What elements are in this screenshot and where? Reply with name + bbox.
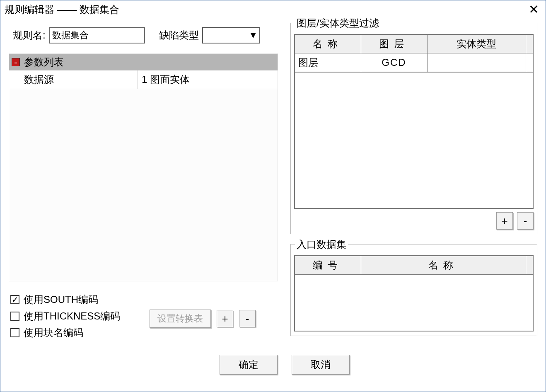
checkbox-label: 使用块名编码 (24, 326, 83, 339)
filter-add-button[interactable]: + (496, 212, 513, 230)
table-header-row: 编号 名称 (295, 256, 533, 275)
cell-name: 图层 (295, 53, 361, 73)
filter-table: 名称 图层 实体类型 图层 GCD (294, 34, 534, 73)
table-header-row: 名称 图层 实体类型 (295, 34, 533, 53)
filter-buttons: + - (294, 212, 534, 230)
param-value: 1 图面实体 (138, 70, 278, 89)
conv-table-button[interactable]: 设置转换表 (150, 310, 211, 328)
filter-table-body (294, 73, 534, 209)
top-form-row: 规则名: 缺陷类型 ▼ (13, 27, 278, 44)
checkbox-area: 使用SOUTH编码 使用THICKNESS编码 使用块名编码 设置转换表 + - (9, 290, 278, 328)
entry-fieldset: 入口数据集 编号 名称 (290, 244, 537, 336)
param-list-header[interactable]: - 参数列表 (9, 54, 278, 70)
content-area: 规则名: 缺陷类型 ▼ - 参数列表 数据源 1 图面实体 (0, 19, 546, 340)
checkbox-label: 使用SOUTH编码 (24, 293, 98, 306)
checkbox-icon[interactable] (10, 312, 19, 321)
col-spacer (526, 34, 533, 53)
rule-name-label: 规则名: (13, 29, 46, 42)
checkbox-south[interactable]: 使用SOUTH编码 (10, 293, 278, 306)
param-row[interactable]: 数据源 1 图面实体 (9, 70, 278, 89)
rule-name-input[interactable] (49, 27, 145, 44)
checkbox-label: 使用THICKNESS编码 (24, 310, 120, 323)
filter-fieldset: 图层/实体类型过滤 名称 图层 实体类型 图层 GCD + - (290, 23, 537, 234)
param-list-panel: - 参数列表 数据源 1 图面实体 (9, 53, 278, 281)
param-list-title: 参数列表 (24, 56, 64, 69)
right-column: 图层/实体类型过滤 名称 图层 实体类型 图层 GCD + - (290, 23, 537, 336)
filter-legend: 图层/实体类型过滤 (295, 17, 381, 30)
close-icon[interactable]: ✕ (526, 3, 541, 16)
col-spacer (526, 256, 534, 275)
col-name: 名称 (295, 34, 361, 53)
window-title: 规则编辑器 —— 数据集合 (5, 3, 119, 16)
checkbox-block[interactable]: 使用块名编码 (10, 326, 278, 339)
title-bar: 规则编辑器 —— 数据集合 ✕ (0, 0, 546, 19)
add-button[interactable]: + (217, 310, 233, 327)
col-name: 名称 (361, 256, 526, 275)
collapse-icon[interactable]: - (12, 58, 20, 66)
checkbox-icon[interactable] (10, 295, 19, 304)
table-row[interactable]: 图层 GCD (295, 53, 533, 73)
col-id: 编号 (295, 256, 361, 275)
defect-type-dropdown[interactable]: ▼ (202, 27, 260, 44)
cancel-button[interactable]: 取消 (292, 355, 350, 375)
remove-button[interactable]: - (239, 310, 256, 327)
col-etype: 实体类型 (427, 34, 526, 53)
checkbox-thickness[interactable]: 使用THICKNESS编码 (10, 310, 278, 323)
defect-type-label: 缺陷类型 (159, 29, 199, 42)
dialog-buttons: 确定 取消 (220, 355, 350, 375)
chevron-down-icon[interactable]: ▼ (248, 28, 259, 42)
left-column: 规则名: 缺陷类型 ▼ - 参数列表 数据源 1 图面实体 (9, 23, 278, 336)
ok-button[interactable]: 确定 (220, 355, 278, 375)
cell-etype (427, 53, 526, 73)
col-layer: 图层 (361, 34, 427, 53)
filter-remove-button[interactable]: - (517, 212, 534, 230)
entry-legend: 入口数据集 (295, 238, 348, 251)
entry-table: 编号 名称 (294, 255, 534, 275)
entry-table-body (294, 275, 534, 332)
checkbox-icon[interactable] (10, 328, 19, 337)
param-name: 数据源 (9, 70, 138, 89)
cell-layer: GCD (361, 53, 427, 73)
